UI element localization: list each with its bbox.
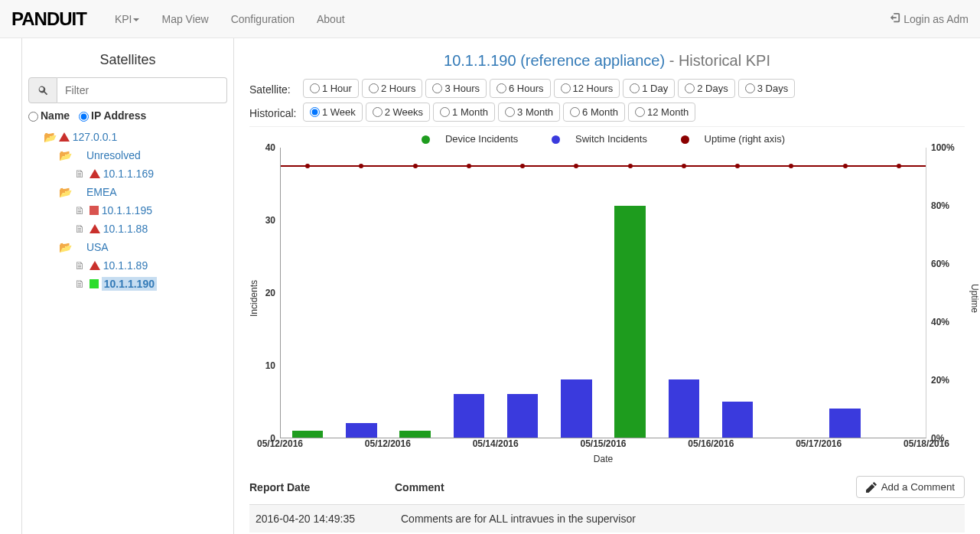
bar-device[interactable] xyxy=(399,431,431,438)
add-comment-label: Add a Comment xyxy=(881,481,955,493)
radio-option[interactable]: 1 Week xyxy=(303,103,363,122)
uptime-point xyxy=(735,164,740,168)
login-link[interactable]: Login as Adm xyxy=(890,12,969,25)
tree-group[interactable]: 📂 EMEA xyxy=(28,183,227,201)
file-icon: 🗎 xyxy=(74,259,86,272)
tree-root-label: 127.0.0.1 xyxy=(73,131,117,143)
radio-option[interactable]: 1 Month xyxy=(433,103,495,122)
historical-row: Historical: 1 Week2 Weeks1 Month3 Month6… xyxy=(249,103,965,122)
radio-option[interactable]: 6 Month xyxy=(563,103,625,122)
folder-open-icon: 📂 xyxy=(59,241,71,253)
bar-switch[interactable] xyxy=(722,402,754,438)
tree-item[interactable]: 🗎 10.1.1.195 xyxy=(28,201,227,220)
bar-switch[interactable] xyxy=(561,379,592,438)
tree-group-label: EMEA xyxy=(86,186,117,198)
file-icon: 🗎 xyxy=(74,168,86,180)
radio-option[interactable]: 1 Hour xyxy=(303,79,359,98)
bar-device[interactable] xyxy=(614,206,646,438)
dot-icon xyxy=(552,135,560,144)
filter-input[interactable] xyxy=(57,77,227,103)
uptime-point xyxy=(789,164,793,168)
tree-group-label: USA xyxy=(86,241,109,253)
tree-group[interactable]: 📂 USA xyxy=(28,238,227,256)
tree-group[interactable]: 📂 Unresolved xyxy=(28,146,227,164)
sidebar: Satellites Name IP Address 📂 127.0.0.1 📂… xyxy=(21,38,234,534)
file-icon: 🗎 xyxy=(74,278,86,290)
y-axis-right: Uptime 0%20%40%60%80%100% xyxy=(926,148,965,438)
legend-device[interactable]: Device Incidents xyxy=(414,133,526,145)
uptime-point xyxy=(413,164,418,168)
comments-col-date: Report Date xyxy=(249,481,395,493)
search-icon xyxy=(37,85,48,96)
folder-open-icon: 📂 xyxy=(59,186,71,198)
radio-option[interactable]: 12 Month xyxy=(628,103,695,122)
content: 10.1.1.190 (reference appliance) - Histo… xyxy=(234,38,980,534)
historical-label: Historical: xyxy=(249,107,300,119)
uptime-point xyxy=(574,164,578,168)
folder-open-icon: 📂 xyxy=(44,131,56,143)
add-comment-button[interactable]: Add a Comment xyxy=(856,476,965,498)
brand-logo: PANDUIT xyxy=(11,8,86,30)
page-title-link[interactable]: 10.1.1.190 (reference appliance) xyxy=(444,52,665,69)
nav-about[interactable]: About xyxy=(308,2,354,37)
tree-item-label: 10.1.1.195 xyxy=(102,204,152,217)
radio-option[interactable]: 3 Month xyxy=(498,103,560,122)
search-button[interactable] xyxy=(28,77,57,103)
radio-option[interactable]: 3 Days xyxy=(738,79,795,98)
bar-switch[interactable] xyxy=(669,379,700,438)
uptime-point xyxy=(843,164,848,168)
folder-open-icon: 📂 xyxy=(59,149,71,161)
uptime-line xyxy=(281,165,926,167)
uptime-point xyxy=(359,164,363,168)
sort-name-label: Name xyxy=(41,109,70,122)
radio-option[interactable]: 3 Hours xyxy=(425,79,487,98)
satellite-label: Satellite: xyxy=(249,83,300,96)
comment-date: 2016-04-20 14:49:35 xyxy=(256,513,401,525)
tree-item-label: 10.1.1.88 xyxy=(103,223,148,235)
tree-group-label: Unresolved xyxy=(86,149,141,161)
nav-configuration[interactable]: Configuration xyxy=(222,2,304,37)
bar-switch[interactable] xyxy=(507,394,539,438)
bar-switch[interactable] xyxy=(346,423,377,438)
file-icon: 🗎 xyxy=(74,223,86,235)
radio-option[interactable]: 1 Day xyxy=(623,79,675,98)
sort-ip-radio[interactable] xyxy=(79,112,89,122)
page-title-suffix: - Historical KPI xyxy=(665,52,770,69)
comment-row: 2016-04-20 14:49:35 Comments are for ALL… xyxy=(249,504,965,532)
comments-header: Report Date Comment Add a Comment xyxy=(249,476,965,504)
bar-switch[interactable] xyxy=(829,409,861,438)
plot-area xyxy=(280,148,926,438)
radio-option[interactable]: 12 Hours xyxy=(554,79,620,98)
pencil-icon xyxy=(866,482,877,493)
legend-switch[interactable]: Switch Incidents xyxy=(544,133,655,145)
chart: Device Incidents Switch Incidents Uptime… xyxy=(242,133,965,462)
dot-icon xyxy=(681,135,689,144)
tree-item-label: 10.1.1.169 xyxy=(103,168,154,180)
tree-item[interactable]: 🗎 10.1.1.88 xyxy=(28,220,227,238)
legend-uptime[interactable]: Uptime (right axis) xyxy=(673,133,793,145)
y-axis-left-label: Incidents xyxy=(249,280,259,317)
warning-icon xyxy=(90,224,100,233)
status-green-icon xyxy=(90,279,99,288)
nav-kpi[interactable]: KPI xyxy=(106,2,149,37)
tree-item-selected[interactable]: 🗎 10.1.1.190 xyxy=(28,275,227,293)
tree-item[interactable]: 🗎 10.1.1.89 xyxy=(28,256,227,275)
radio-option[interactable]: 2 Hours xyxy=(362,79,423,98)
comment-text: Comments are for ALL intravues in the su… xyxy=(401,513,959,525)
radio-option[interactable]: 2 Weeks xyxy=(366,103,430,122)
tree: 📂 127.0.0.1 📂 Unresolved 🗎 10.1.1.169 📂 … xyxy=(22,128,233,293)
radio-option[interactable]: 2 Days xyxy=(678,79,734,98)
sidebar-title: Satellites xyxy=(22,52,233,68)
tree-item-label: 10.1.1.89 xyxy=(103,259,148,272)
status-red-icon xyxy=(90,206,99,215)
sort-name-radio[interactable] xyxy=(28,112,38,122)
uptime-point xyxy=(682,164,686,168)
tree-item[interactable]: 🗎 10.1.1.169 xyxy=(28,164,227,183)
bar-device[interactable] xyxy=(292,431,324,438)
tree-root[interactable]: 📂 127.0.0.1 xyxy=(28,128,227,146)
caret-down-icon xyxy=(133,18,139,21)
nav-map-view[interactable]: Map View xyxy=(152,2,217,37)
warning-icon xyxy=(90,261,100,270)
bar-switch[interactable] xyxy=(454,394,485,438)
radio-option[interactable]: 6 Hours xyxy=(490,79,551,98)
